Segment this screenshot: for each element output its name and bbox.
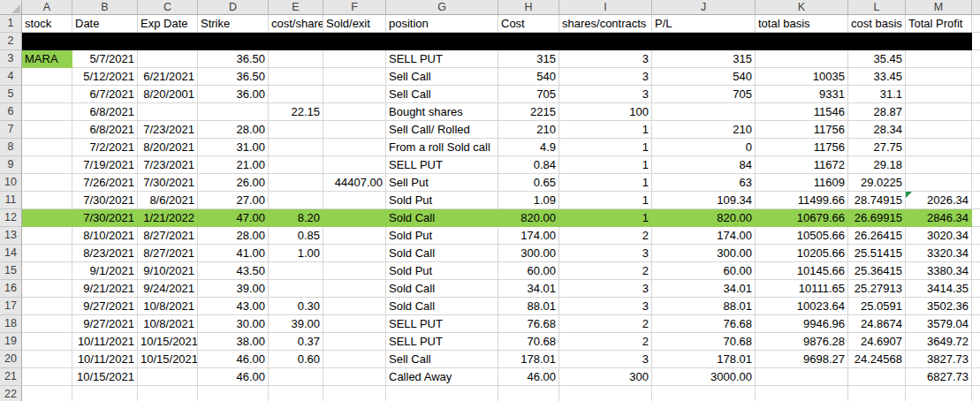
cell-M3[interactable] <box>906 50 972 68</box>
row-header-19[interactable]: 19 <box>0 333 22 351</box>
cell-A18[interactable] <box>22 315 72 333</box>
select-all-corner[interactable] <box>0 0 22 15</box>
cell-C8[interactable]: 8/20/2021 <box>138 139 198 156</box>
cell-C4[interactable]: 6/21/2021 <box>138 68 198 86</box>
cell-M15[interactable]: 3380.34 <box>906 262 972 280</box>
cell-G13[interactable]: Sold Put <box>386 227 498 245</box>
cell-B4[interactable]: 5/12/2021 <box>72 68 138 86</box>
cell-G8[interactable]: From a roll Sold call <box>386 139 498 156</box>
cell-K5[interactable]: 9331 <box>756 86 848 103</box>
row-header-12[interactable]: 12 <box>0 209 22 227</box>
cell-F9[interactable] <box>323 156 386 174</box>
cell-J22[interactable] <box>652 386 756 401</box>
cell-B8[interactable]: 7/2/2021 <box>72 139 138 156</box>
cell-A11[interactable] <box>22 192 72 209</box>
cell-A7[interactable] <box>22 121 72 139</box>
cell-C6[interactable] <box>138 103 198 121</box>
cell-D21[interactable]: 46.00 <box>198 368 269 386</box>
row-header-16[interactable]: 16 <box>0 280 22 298</box>
cell-B12[interactable]: 7/30/2021 <box>72 209 138 227</box>
cell-M21[interactable]: 6827.73 <box>906 368 972 386</box>
cell-I20[interactable]: 3 <box>559 351 652 368</box>
cell-F10[interactable]: 44407.00 <box>323 174 386 192</box>
cell-G9[interactable]: SELL PUT <box>386 156 498 174</box>
cell-K14[interactable]: 10205.66 <box>756 245 848 262</box>
cell-K19[interactable]: 9876.28 <box>756 333 848 351</box>
cell-M19[interactable]: 3649.72 <box>906 333 972 351</box>
cell-I15[interactable]: 2 <box>559 262 652 280</box>
column-header-F[interactable]: F <box>323 0 386 15</box>
cell-F5[interactable] <box>323 86 386 103</box>
row-header-8[interactable]: 8 <box>0 139 22 156</box>
cell-H2[interactable] <box>498 33 559 50</box>
cell-G10[interactable]: Sell Put <box>386 174 498 192</box>
column-header-E[interactable]: E <box>269 0 323 15</box>
cell-M13[interactable]: 3020.34 <box>906 227 972 245</box>
column-header-L[interactable]: L <box>848 0 906 15</box>
cell-D6[interactable] <box>198 103 269 121</box>
cell-F8[interactable] <box>323 139 386 156</box>
row-header-22[interactable]: 22 <box>0 386 22 401</box>
cell-B6[interactable]: 6/8/2021 <box>72 103 138 121</box>
cell-H1[interactable]: Cost <box>498 15 559 33</box>
cell-K9[interactable]: 11672 <box>756 156 848 174</box>
cell-G22[interactable] <box>386 386 498 401</box>
cell-I10[interactable]: 1 <box>559 174 652 192</box>
cell-K16[interactable]: 10111.65 <box>756 280 848 298</box>
cell-H9[interactable]: 0.84 <box>498 156 559 174</box>
cell-D16[interactable]: 39.00 <box>198 280 269 298</box>
cell-H3[interactable]: 315 <box>498 50 559 68</box>
cell-D17[interactable]: 43.00 <box>198 298 269 315</box>
cell-M20[interactable]: 3827.73 <box>906 351 972 368</box>
column-header-B[interactable]: B <box>72 0 138 15</box>
cell-E7[interactable] <box>269 121 323 139</box>
cell-D1[interactable]: Strike <box>198 15 269 33</box>
cell-K20[interactable]: 9698.27 <box>756 351 848 368</box>
cell-K10[interactable]: 11609 <box>756 174 848 192</box>
cell-F21[interactable] <box>323 368 386 386</box>
cell-J19[interactable]: 70.68 <box>652 333 756 351</box>
cell-G7[interactable]: Sell Call/ Rolled <box>386 121 498 139</box>
row-header-18[interactable]: 18 <box>0 315 22 333</box>
cell-F14[interactable] <box>323 245 386 262</box>
cell-G11[interactable]: Sold Put <box>386 192 498 209</box>
cell-E13[interactable]: 0.85 <box>269 227 323 245</box>
cell-G21[interactable]: Called Away <box>386 368 498 386</box>
cell-A8[interactable] <box>22 139 72 156</box>
cell-H12[interactable]: 820.00 <box>498 209 559 227</box>
cell-A3[interactable]: MARA <box>22 50 72 68</box>
cell-F18[interactable] <box>323 315 386 333</box>
cell-L18[interactable]: 24.8674 <box>848 315 906 333</box>
cell-E18[interactable]: 39.00 <box>269 315 323 333</box>
cell-J2[interactable] <box>652 33 756 50</box>
cell-M12[interactable]: 2846.34 <box>906 209 972 227</box>
cell-C3[interactable] <box>138 50 198 68</box>
cell-G18[interactable]: SELL PUT <box>386 315 498 333</box>
cell-I18[interactable]: 2 <box>559 315 652 333</box>
cell-I8[interactable]: 1 <box>559 139 652 156</box>
cell-I11[interactable]: 1 <box>559 192 652 209</box>
cell-G4[interactable]: Sell Call <box>386 68 498 86</box>
row-header-11[interactable]: 11 <box>0 192 22 209</box>
cell-B3[interactable]: 5/7/2021 <box>72 50 138 68</box>
cell-B9[interactable]: 7/19/2021 <box>72 156 138 174</box>
cell-C14[interactable]: 8/27/2021 <box>138 245 198 262</box>
cell-J6[interactable] <box>652 103 756 121</box>
cell-G3[interactable]: SELL PUT <box>386 50 498 68</box>
cell-L1[interactable]: cost basis <box>848 15 906 33</box>
cell-I3[interactable]: 3 <box>559 50 652 68</box>
cell-M22[interactable] <box>906 386 972 401</box>
cell-M1[interactable]: Total Profit <box>906 15 972 33</box>
cell-C17[interactable]: 10/8/2021 <box>138 298 198 315</box>
cell-G20[interactable]: Sell Call <box>386 351 498 368</box>
cell-A19[interactable] <box>22 333 72 351</box>
cell-A6[interactable] <box>22 103 72 121</box>
cell-E19[interactable]: 0.37 <box>269 333 323 351</box>
cell-M11[interactable]: 2026.34 <box>906 192 972 209</box>
cell-J17[interactable]: 88.01 <box>652 298 756 315</box>
cell-J10[interactable]: 63 <box>652 174 756 192</box>
cell-I13[interactable]: 2 <box>559 227 652 245</box>
cell-L10[interactable]: 29.0225 <box>848 174 906 192</box>
cell-G2[interactable] <box>386 33 498 50</box>
cell-K13[interactable]: 10505.66 <box>756 227 848 245</box>
